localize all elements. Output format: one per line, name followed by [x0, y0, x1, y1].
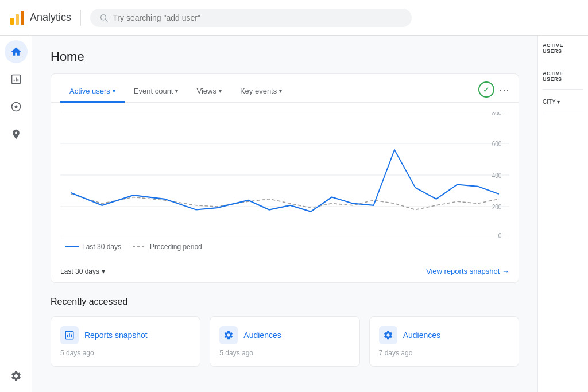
tabs-row: Active users ▾ Event count ▾ Views ▾ Key…	[51, 74, 519, 103]
recently-row: Reports snapshot 5 days ago Audiences 5 …	[51, 316, 519, 367]
sidebar-item-advertising[interactable]	[5, 123, 28, 146]
recent-card-audiences-2[interactable]: Audiences 7 days ago	[369, 316, 519, 367]
date-range-arrow: ▾	[102, 267, 105, 275]
recent-card-audiences-1[interactable]: Audiences 5 days ago	[210, 316, 359, 367]
active-users-arrow: ▾	[113, 88, 115, 94]
tab-views[interactable]: Views ▾	[187, 81, 230, 103]
tab-event-count[interactable]: Event count ▾	[125, 81, 188, 103]
svg-text:200: 200	[492, 204, 502, 211]
view-reports-link[interactable]: View reports snapshot →	[426, 267, 509, 275]
city-arrow: ▾	[557, 99, 560, 105]
recent-card-audiences-1-title: Audiences	[243, 331, 281, 340]
city-dropdown[interactable]: CITY ▾	[543, 99, 583, 105]
legend-last-30: Last 30 days	[65, 243, 121, 251]
search-icon	[99, 13, 108, 22]
recent-card-reports-date: 5 days ago	[60, 349, 191, 357]
recent-card-reports[interactable]: Reports snapshot 5 days ago	[51, 316, 200, 367]
recently-accessed-section: Recently accessed Reports snapshot	[51, 297, 519, 367]
recent-card-audiences-2-title: Audiences	[403, 331, 440, 340]
svg-point-10	[14, 106, 17, 108]
search-bar[interactable]	[90, 9, 412, 27]
search-input[interactable]	[113, 13, 403, 22]
recent-card-audiences-2-header: Audiences	[379, 326, 509, 344]
right-panel-city: CITY ▾	[543, 99, 583, 112]
legend-line-solid	[65, 246, 79, 247]
more-options-btn[interactable]: ⋯	[499, 83, 509, 96]
recent-card-audiences-2-date: 7 days ago	[379, 349, 509, 357]
legend-line-dashed	[133, 246, 146, 247]
sidebar-item-reports[interactable]	[5, 68, 28, 91]
chart-legend: Last 30 days Preceding period	[60, 238, 509, 253]
svg-rect-2	[21, 11, 24, 25]
views-arrow: ▾	[219, 88, 222, 94]
chart-svg-wrap: 800 600 400 200 0 25 Aug 01 Sep	[60, 112, 509, 238]
svg-text:400: 400	[492, 172, 502, 180]
main-layout: Home Active users ▾ Event count ▾ Views …	[0, 36, 588, 392]
analytics-card: Active users ▾ Event count ▾ Views ▾ Key…	[51, 73, 519, 283]
svg-text:0: 0	[498, 232, 502, 238]
recent-card-reports-title: Reports snapshot	[84, 331, 148, 340]
sidebar-item-explore[interactable]	[5, 95, 28, 118]
recent-card-audiences-1-date: 5 days ago	[219, 349, 350, 357]
key-events-arrow: ▾	[279, 88, 282, 94]
reports-icon	[60, 326, 79, 344]
date-range-selector[interactable]: Last 30 days ▾	[60, 267, 105, 275]
right-panel-active-users-1: ACTIVE USERS	[543, 42, 583, 61]
topbar: Analytics	[0, 0, 588, 36]
tab-key-events[interactable]: Key events ▾	[231, 81, 291, 103]
svg-text:600: 600	[492, 141, 502, 148]
recent-card-audiences-1-header: Audiences	[219, 326, 350, 344]
svg-rect-1	[16, 14, 19, 25]
chart-area: 800 600 400 200 0 25 Aug 01 Sep	[51, 103, 519, 262]
audiences-1-icon	[219, 326, 238, 344]
sidebar-item-home[interactable]	[5, 40, 28, 63]
date-range-row: Last 30 days ▾ View reports snapshot →	[51, 262, 519, 282]
sidebar-item-settings[interactable]	[5, 364, 28, 387]
svg-text:800: 800	[492, 112, 502, 117]
comparison-check[interactable]: ✓	[478, 81, 494, 98]
line-chart: 800 600 400 200 0 25 Aug 01 Sep	[60, 112, 509, 238]
right-panel-active-users-1-label: ACTIVE USERS	[543, 42, 583, 54]
logo: Analytics	[9, 10, 81, 26]
svg-rect-0	[10, 18, 14, 25]
app-title: Analytics	[30, 11, 71, 24]
audiences-2-icon	[379, 326, 397, 344]
svg-line-4	[106, 19, 108, 21]
sidebar	[0, 36, 32, 392]
event-count-arrow: ▾	[175, 88, 178, 94]
tab-actions: ✓ ⋯	[478, 81, 509, 102]
page-title: Home	[51, 49, 519, 64]
main-content: Home Active users ▾ Event count ▾ Views …	[32, 36, 537, 392]
right-panel-active-users-2-label: ACTIVE USERS	[543, 71, 583, 82]
recent-card-reports-header: Reports snapshot	[60, 326, 191, 344]
right-panel: ACTIVE USERS ACTIVE USERS CITY ▾	[537, 36, 588, 392]
legend-preceding: Preceding period	[133, 243, 202, 251]
tab-active-users[interactable]: Active users ▾	[60, 81, 125, 103]
analytics-logo-icon	[9, 10, 25, 26]
recently-accessed-title: Recently accessed	[51, 297, 519, 307]
right-panel-active-users-2: ACTIVE USERS	[543, 71, 583, 90]
